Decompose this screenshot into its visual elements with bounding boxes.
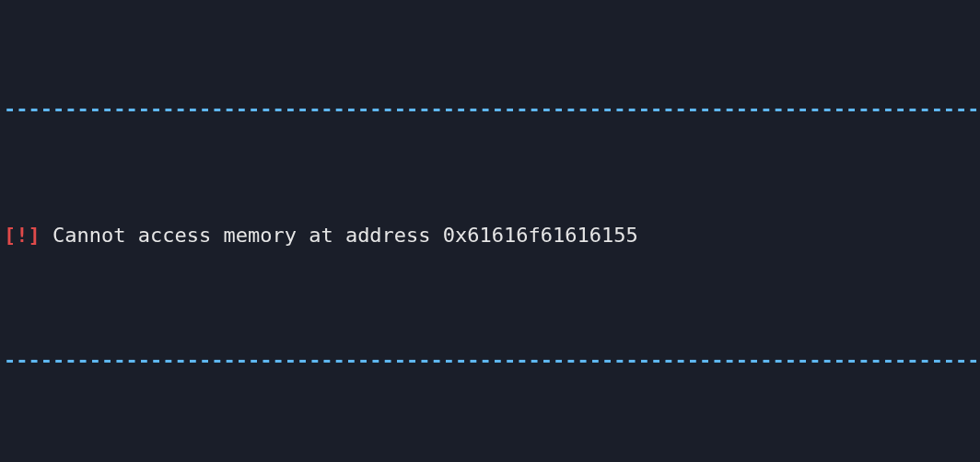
error-text: Cannot access memory at address 0x61616f… <box>52 224 638 247</box>
error-line: [!] Cannot access memory at address 0x61… <box>4 220 976 251</box>
divider <box>4 345 976 376</box>
error-prefix: [!] <box>4 224 41 247</box>
terminal[interactable]: [!] Cannot access memory at address 0x61… <box>0 0 980 462</box>
divider <box>4 94 976 125</box>
